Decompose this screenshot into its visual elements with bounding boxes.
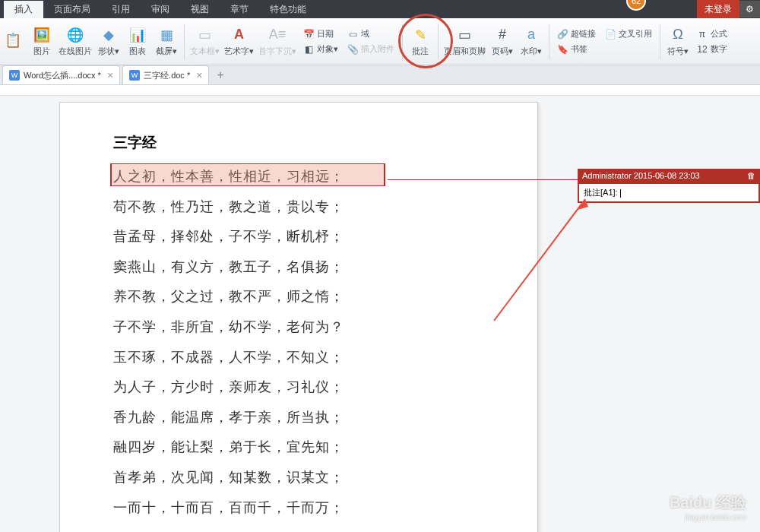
doc-line[interactable]: 一而十，十而百，百而千，千而万； [113,493,484,524]
ribbon-toolbar: 📋 🖼️图片 🌐在线图片 ◆形状▾ 📊图表 ▦截屏▾ ▭文本框▾ A艺术字▾ A… [0,18,760,65]
comment-button[interactable]: ✎批注 [408,27,432,57]
date-button[interactable]: 📅日期 [301,27,340,42]
doc-line[interactable]: 昔孟母，择邻处，子不学，断机杼； [113,222,484,252]
chart-button[interactable]: 📊图表 [125,27,150,57]
delete-comment-icon[interactable]: 🗑 [747,171,755,180]
menu-tab-layout[interactable]: 页面布局 [43,1,101,18]
watermark-button[interactable]: a水印▾ [519,27,543,57]
doc-line-highlighted[interactable]: 人之初，性本善，性相近，习相远； [113,162,484,192]
link-icon: 🔗 [557,29,568,40]
separator [402,24,403,59]
dropcap-button: A≡首字下沉▾ [258,27,296,57]
doc-line[interactable]: 玉不琢，不成器，人不学，不知义； [113,343,484,373]
field-icon: ▭ [347,29,358,40]
shapes-button[interactable]: ◆形状▾ [97,27,121,57]
object-button[interactable]: ◧对象▾ [301,42,340,57]
paste-button[interactable]: 📋 [1,32,25,51]
menu-bar: 插入 页面布局 引用 审阅 视图 章节 特色功能 62 未登录 ⚙ [0,0,760,18]
word-icon: W [9,70,20,81]
doc-line[interactable]: 融四岁，能让梨，弟于长，宜先知； [113,432,484,463]
crossref-button[interactable]: 📄交叉引用 [603,27,654,42]
comment-input[interactable]: 批注[A1]: [578,182,760,203]
symbol-button[interactable]: Ω符号▾ [666,27,690,57]
menu-tab-special[interactable]: 特色功能 [259,1,317,18]
number-button[interactable]: 12数字 [695,42,730,57]
doc-line[interactable]: 苟不教，性乃迁，教之道，贵以专； [113,192,484,223]
document-tabs: WWord怎么插....docx *× W三字经.doc *× + [0,65,760,85]
separator [184,24,185,59]
watermark-logo: Baidu 经验 jingyan.baidu.com [670,492,746,521]
bookmark-button[interactable]: 🔖书签 [555,42,598,57]
login-button[interactable]: 未登录 [697,0,739,19]
doc-line[interactable]: 养不教，父之过，教不严，师之惰； [113,282,484,312]
doc-line[interactable]: 香九龄，能温席，孝于亲，所当执； [113,403,484,433]
doc-line[interactable]: 子不学，非所宜，幼不学，老何为？ [113,312,484,343]
wordart-button[interactable]: A艺术字▾ [224,27,254,57]
equation-button[interactable]: π公式 [695,27,730,42]
menu-tab-insert[interactable]: 插入 [4,1,43,18]
object-icon: ◧ [303,44,314,55]
selection-highlight [110,163,385,186]
menu-tab-ref[interactable]: 引用 [101,1,141,18]
pi-icon: π [697,29,708,40]
doc-line[interactable]: 为人子，方少时，亲师友，习礼仪； [113,372,484,403]
horizontal-ruler[interactable] [0,85,760,96]
doc-tab-2[interactable]: W三字经.doc *× [122,65,209,84]
doc-line[interactable]: 首孝弟，次见闻，知某数，识某文； [113,463,484,493]
comment-connector [388,179,578,180]
document-page[interactable]: 三字经 人之初，性本善，性相近，习相远； 苟不教，性乃迁，教之道，贵以专； 昔孟… [59,102,538,532]
number-icon: 12 [697,44,708,55]
menu-tab-review[interactable]: 审阅 [141,1,180,18]
textbox-button: ▭文本框▾ [190,27,220,57]
separator [438,24,439,59]
crossref-icon: 📄 [605,29,616,40]
attachment-button[interactable]: 📎插入附件 [345,42,397,57]
menu-tab-chapter[interactable]: 章节 [220,1,259,18]
hyperlink-button[interactable]: 🔗超链接 [555,27,598,42]
separator [549,24,549,59]
menu-tab-view[interactable]: 视图 [180,1,220,18]
comment-pane: Administrator 2015-06-08 23:03 🗑 批注[A1]: [578,169,760,203]
attachment-icon: 📎 [347,44,358,55]
settings-icon[interactable]: ⚙ [739,1,760,17]
document-workspace: 三字经 人之初，性本善，性相近，习相远； 苟不教，性乃迁，教之道，贵以专； 昔孟… [0,85,760,532]
doc-line[interactable]: 窦燕山，有义方，教五子，名俱扬； [113,252,484,283]
close-icon[interactable]: × [107,69,113,81]
text-cursor [620,189,621,198]
doc-tab-1[interactable]: WWord怎么插....docx *× [2,65,120,84]
online-picture-button[interactable]: 🌐在线图片 [59,27,92,57]
document-title: 三字经 [113,133,484,153]
add-tab-button[interactable]: + [217,68,223,82]
bookmark-icon: 🔖 [557,44,568,55]
comment-header: Administrator 2015-06-08 23:03 🗑 [578,169,760,182]
page-number-button[interactable]: #页码▾ [490,27,515,57]
calendar-icon: 📅 [303,29,314,40]
screenshot-button[interactable]: ▦截屏▾ [154,27,179,57]
header-footer-button[interactable]: ▭页眉和页脚 [444,27,486,57]
field-button[interactable]: ▭域 [345,27,397,42]
close-icon[interactable]: × [196,69,202,81]
word-icon: W [129,70,140,81]
separator [660,24,660,59]
notification-badge[interactable]: 62 [626,0,646,11]
picture-button[interactable]: 🖼️图片 [30,27,54,57]
